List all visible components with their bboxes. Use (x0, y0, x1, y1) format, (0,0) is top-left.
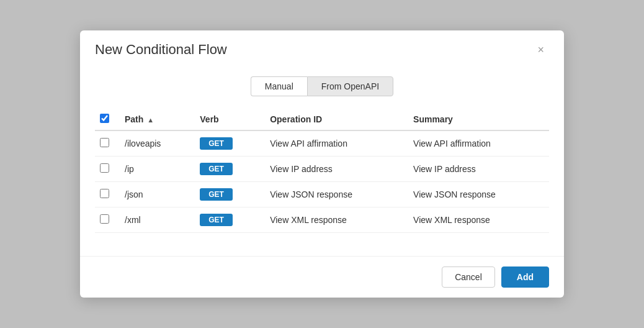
row-verb: GET (192, 182, 262, 207)
row-summary: View API affirmation (406, 130, 549, 157)
row-checkbox-cell (95, 157, 117, 182)
row-path: /iloveapis (117, 130, 192, 157)
select-all-checkbox[interactable] (100, 114, 109, 123)
row-operation-id: View JSON response (262, 182, 406, 207)
row-summary: View XML response (406, 207, 549, 233)
row-checkbox[interactable] (100, 189, 109, 198)
api-table: Path ▲ Verb Operation ID Summary /ilovea… (95, 109, 549, 233)
modal-backdrop: New Conditional Flow × Manual From OpenA… (0, 0, 644, 328)
row-verb: GET (192, 157, 262, 182)
tab-manual[interactable]: Manual (251, 76, 307, 96)
row-path: /xml (117, 207, 192, 233)
close-button[interactable]: × (532, 42, 549, 58)
header-path: Path ▲ (117, 109, 192, 130)
row-checkbox-cell (95, 182, 117, 207)
header-summary: Summary (406, 109, 549, 130)
tab-bar: Manual From OpenAPI (95, 76, 549, 96)
row-path: /ip (117, 157, 192, 182)
modal-footer: Cancel Add (80, 256, 564, 298)
table-row: /ipGETView IP addressView IP address (95, 157, 549, 182)
tab-from-openapi[interactable]: From OpenAPI (307, 76, 393, 96)
row-operation-id: View IP address (262, 157, 406, 182)
row-checkbox[interactable] (100, 214, 109, 224)
row-checkbox[interactable] (100, 138, 109, 147)
row-verb: GET (192, 207, 262, 233)
row-summary: View IP address (406, 157, 549, 182)
header-operation-id: Operation ID (262, 109, 406, 130)
modal-title: New Conditional Flow (95, 42, 227, 58)
add-button[interactable]: Add (501, 266, 549, 288)
table-header-row: Path ▲ Verb Operation ID Summary (95, 109, 549, 130)
modal-body: Manual From OpenAPI Path ▲ Verb Operatio… (80, 66, 564, 256)
row-operation-id: View API affirmation (262, 130, 406, 157)
row-checkbox[interactable] (100, 163, 109, 173)
sort-asc-icon: ▲ (147, 116, 154, 124)
table-row: /xmlGETView XML responseView XML respons… (95, 207, 549, 233)
row-checkbox-cell (95, 207, 117, 233)
modal-dialog: New Conditional Flow × Manual From OpenA… (80, 30, 564, 298)
row-path: /json (117, 182, 192, 207)
row-summary: View JSON response (406, 182, 549, 207)
verb-badge: GET (200, 137, 233, 150)
verb-badge: GET (200, 214, 233, 226)
table-row: /iloveapisGETView API affirmationView AP… (95, 130, 549, 157)
header-checkbox-col (95, 109, 117, 130)
cancel-button[interactable]: Cancel (442, 266, 495, 288)
row-checkbox-cell (95, 130, 117, 157)
table-row: /jsonGETView JSON responseView JSON resp… (95, 182, 549, 207)
verb-badge: GET (200, 188, 233, 201)
verb-badge: GET (200, 163, 233, 175)
row-operation-id: View XML response (262, 207, 406, 233)
row-verb: GET (192, 130, 262, 157)
modal-header: New Conditional Flow × (80, 30, 564, 66)
header-verb: Verb (192, 109, 262, 130)
